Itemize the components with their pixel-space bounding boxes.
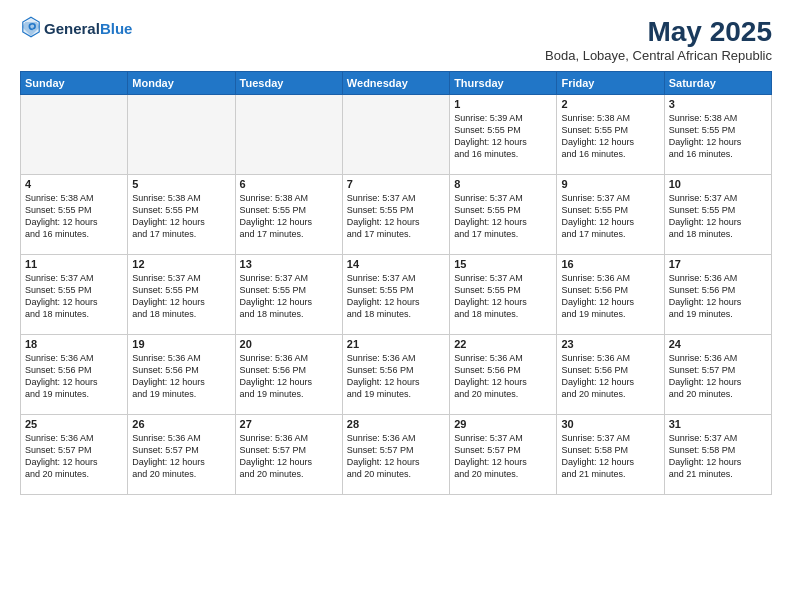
- calendar-cell: 25Sunrise: 5:36 AM Sunset: 5:57 PM Dayli…: [21, 415, 128, 495]
- cell-info: Sunrise: 5:37 AM Sunset: 5:55 PM Dayligh…: [240, 272, 338, 321]
- day-number: 17: [669, 258, 767, 270]
- calendar-cell: 16Sunrise: 5:36 AM Sunset: 5:56 PM Dayli…: [557, 255, 664, 335]
- cell-info: Sunrise: 5:36 AM Sunset: 5:56 PM Dayligh…: [25, 352, 123, 401]
- cell-info: Sunrise: 5:37 AM Sunset: 5:55 PM Dayligh…: [132, 272, 230, 321]
- day-number: 1: [454, 98, 552, 110]
- day-number: 2: [561, 98, 659, 110]
- cell-info: Sunrise: 5:38 AM Sunset: 5:55 PM Dayligh…: [669, 112, 767, 161]
- col-header-thursday: Thursday: [450, 72, 557, 95]
- calendar-cell: 29Sunrise: 5:37 AM Sunset: 5:57 PM Dayli…: [450, 415, 557, 495]
- calendar-cell: [21, 95, 128, 175]
- calendar-week-row: 11Sunrise: 5:37 AM Sunset: 5:55 PM Dayli…: [21, 255, 772, 335]
- calendar-week-row: 25Sunrise: 5:36 AM Sunset: 5:57 PM Dayli…: [21, 415, 772, 495]
- day-number: 26: [132, 418, 230, 430]
- calendar-cell: 9Sunrise: 5:37 AM Sunset: 5:55 PM Daylig…: [557, 175, 664, 255]
- calendar-cell: 26Sunrise: 5:36 AM Sunset: 5:57 PM Dayli…: [128, 415, 235, 495]
- cell-info: Sunrise: 5:36 AM Sunset: 5:57 PM Dayligh…: [240, 432, 338, 481]
- calendar-cell: [235, 95, 342, 175]
- col-header-saturday: Saturday: [664, 72, 771, 95]
- calendar-cell: 27Sunrise: 5:36 AM Sunset: 5:57 PM Dayli…: [235, 415, 342, 495]
- day-number: 22: [454, 338, 552, 350]
- cell-info: Sunrise: 5:37 AM Sunset: 5:55 PM Dayligh…: [454, 192, 552, 241]
- calendar-cell: 10Sunrise: 5:37 AM Sunset: 5:55 PM Dayli…: [664, 175, 771, 255]
- calendar-cell: 13Sunrise: 5:37 AM Sunset: 5:55 PM Dayli…: [235, 255, 342, 335]
- day-number: 19: [132, 338, 230, 350]
- cell-info: Sunrise: 5:37 AM Sunset: 5:55 PM Dayligh…: [454, 272, 552, 321]
- cell-info: Sunrise: 5:37 AM Sunset: 5:55 PM Dayligh…: [347, 192, 445, 241]
- logo: GeneralBlue: [20, 16, 132, 42]
- cell-info: Sunrise: 5:36 AM Sunset: 5:57 PM Dayligh…: [669, 352, 767, 401]
- day-number: 24: [669, 338, 767, 350]
- cell-info: Sunrise: 5:36 AM Sunset: 5:57 PM Dayligh…: [132, 432, 230, 481]
- day-number: 13: [240, 258, 338, 270]
- cell-info: Sunrise: 5:37 AM Sunset: 5:58 PM Dayligh…: [669, 432, 767, 481]
- calendar-cell: 23Sunrise: 5:36 AM Sunset: 5:56 PM Dayli…: [557, 335, 664, 415]
- calendar-cell: 1Sunrise: 5:39 AM Sunset: 5:55 PM Daylig…: [450, 95, 557, 175]
- calendar-cell: 11Sunrise: 5:37 AM Sunset: 5:55 PM Dayli…: [21, 255, 128, 335]
- cell-info: Sunrise: 5:36 AM Sunset: 5:57 PM Dayligh…: [347, 432, 445, 481]
- calendar-week-row: 4Sunrise: 5:38 AM Sunset: 5:55 PM Daylig…: [21, 175, 772, 255]
- day-number: 30: [561, 418, 659, 430]
- cell-info: Sunrise: 5:36 AM Sunset: 5:56 PM Dayligh…: [240, 352, 338, 401]
- col-header-sunday: Sunday: [21, 72, 128, 95]
- calendar-cell: 14Sunrise: 5:37 AM Sunset: 5:55 PM Dayli…: [342, 255, 449, 335]
- page: GeneralBlue May 2025 Boda, Lobaye, Centr…: [0, 0, 792, 612]
- day-number: 9: [561, 178, 659, 190]
- day-number: 6: [240, 178, 338, 190]
- day-number: 28: [347, 418, 445, 430]
- logo-text: GeneralBlue: [44, 20, 132, 38]
- title-block: May 2025 Boda, Lobaye, Central African R…: [545, 16, 772, 63]
- day-number: 8: [454, 178, 552, 190]
- calendar-cell: 6Sunrise: 5:38 AM Sunset: 5:55 PM Daylig…: [235, 175, 342, 255]
- cell-info: Sunrise: 5:37 AM Sunset: 5:55 PM Dayligh…: [561, 192, 659, 241]
- calendar-week-row: 1Sunrise: 5:39 AM Sunset: 5:55 PM Daylig…: [21, 95, 772, 175]
- calendar-cell: [128, 95, 235, 175]
- col-header-monday: Monday: [128, 72, 235, 95]
- day-number: 23: [561, 338, 659, 350]
- day-number: 27: [240, 418, 338, 430]
- col-header-wednesday: Wednesday: [342, 72, 449, 95]
- calendar-cell: [342, 95, 449, 175]
- calendar-cell: 5Sunrise: 5:38 AM Sunset: 5:55 PM Daylig…: [128, 175, 235, 255]
- month-title: May 2025: [545, 16, 772, 48]
- cell-info: Sunrise: 5:36 AM Sunset: 5:56 PM Dayligh…: [669, 272, 767, 321]
- cell-info: Sunrise: 5:38 AM Sunset: 5:55 PM Dayligh…: [25, 192, 123, 241]
- calendar-cell: 19Sunrise: 5:36 AM Sunset: 5:56 PM Dayli…: [128, 335, 235, 415]
- day-number: 5: [132, 178, 230, 190]
- cell-info: Sunrise: 5:37 AM Sunset: 5:55 PM Dayligh…: [669, 192, 767, 241]
- calendar-cell: 31Sunrise: 5:37 AM Sunset: 5:58 PM Dayli…: [664, 415, 771, 495]
- day-number: 15: [454, 258, 552, 270]
- cell-info: Sunrise: 5:38 AM Sunset: 5:55 PM Dayligh…: [561, 112, 659, 161]
- calendar-cell: 30Sunrise: 5:37 AM Sunset: 5:58 PM Dayli…: [557, 415, 664, 495]
- calendar-header-row: SundayMondayTuesdayWednesdayThursdayFrid…: [21, 72, 772, 95]
- calendar-cell: 8Sunrise: 5:37 AM Sunset: 5:55 PM Daylig…: [450, 175, 557, 255]
- day-number: 18: [25, 338, 123, 350]
- calendar-cell: 18Sunrise: 5:36 AM Sunset: 5:56 PM Dayli…: [21, 335, 128, 415]
- cell-info: Sunrise: 5:36 AM Sunset: 5:56 PM Dayligh…: [347, 352, 445, 401]
- calendar-cell: 28Sunrise: 5:36 AM Sunset: 5:57 PM Dayli…: [342, 415, 449, 495]
- cell-info: Sunrise: 5:37 AM Sunset: 5:58 PM Dayligh…: [561, 432, 659, 481]
- day-number: 31: [669, 418, 767, 430]
- col-header-tuesday: Tuesday: [235, 72, 342, 95]
- cell-info: Sunrise: 5:39 AM Sunset: 5:55 PM Dayligh…: [454, 112, 552, 161]
- day-number: 16: [561, 258, 659, 270]
- day-number: 12: [132, 258, 230, 270]
- day-number: 7: [347, 178, 445, 190]
- logo-icon: [22, 16, 40, 38]
- calendar-cell: 17Sunrise: 5:36 AM Sunset: 5:56 PM Dayli…: [664, 255, 771, 335]
- calendar-cell: 4Sunrise: 5:38 AM Sunset: 5:55 PM Daylig…: [21, 175, 128, 255]
- calendar-cell: 15Sunrise: 5:37 AM Sunset: 5:55 PM Dayli…: [450, 255, 557, 335]
- calendar-cell: 3Sunrise: 5:38 AM Sunset: 5:55 PM Daylig…: [664, 95, 771, 175]
- calendar-cell: 12Sunrise: 5:37 AM Sunset: 5:55 PM Dayli…: [128, 255, 235, 335]
- cell-info: Sunrise: 5:36 AM Sunset: 5:56 PM Dayligh…: [454, 352, 552, 401]
- calendar-cell: 20Sunrise: 5:36 AM Sunset: 5:56 PM Dayli…: [235, 335, 342, 415]
- calendar-cell: 24Sunrise: 5:36 AM Sunset: 5:57 PM Dayli…: [664, 335, 771, 415]
- cell-info: Sunrise: 5:36 AM Sunset: 5:56 PM Dayligh…: [561, 272, 659, 321]
- day-number: 10: [669, 178, 767, 190]
- calendar-table: SundayMondayTuesdayWednesdayThursdayFrid…: [20, 71, 772, 495]
- calendar-week-row: 18Sunrise: 5:36 AM Sunset: 5:56 PM Dayli…: [21, 335, 772, 415]
- header: GeneralBlue May 2025 Boda, Lobaye, Centr…: [20, 16, 772, 63]
- cell-info: Sunrise: 5:36 AM Sunset: 5:57 PM Dayligh…: [25, 432, 123, 481]
- calendar-cell: 22Sunrise: 5:36 AM Sunset: 5:56 PM Dayli…: [450, 335, 557, 415]
- day-number: 25: [25, 418, 123, 430]
